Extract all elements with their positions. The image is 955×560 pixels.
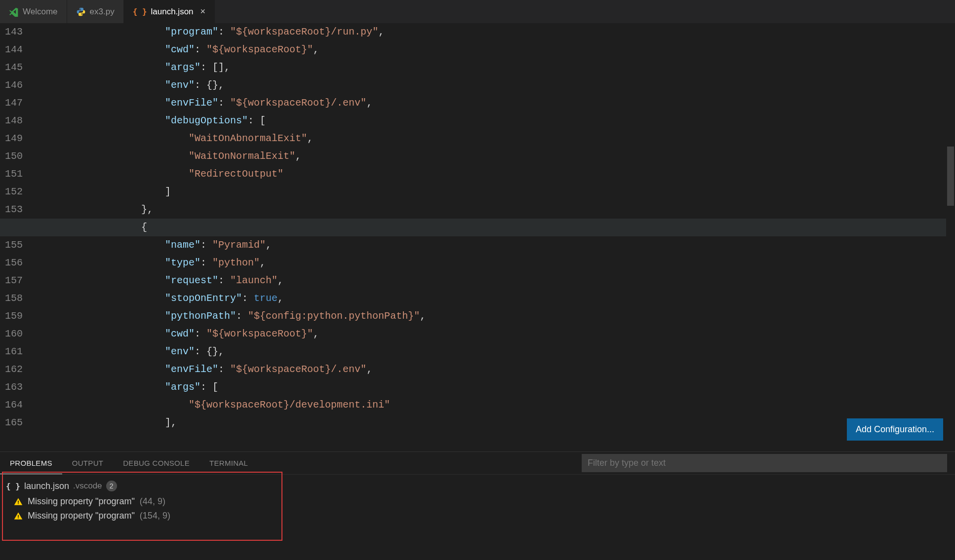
panel-tabs: PROBLEMSOUTPUTDEBUG CONSOLETERMINAL <box>0 452 955 475</box>
warning-icon <box>14 512 23 521</box>
line-number-gutter: 1431441451461471481491501511521531541551… <box>0 23 34 451</box>
code-line[interactable]: ], <box>94 414 955 432</box>
problem-location: (44, 9) <box>140 496 165 507</box>
problem-message: Missing property "program" <box>28 496 135 507</box>
code-line[interactable]: "RedirectOutput" <box>94 165 955 183</box>
problem-file-name: launch.json <box>24 481 69 491</box>
problem-file-folder: .vscode <box>73 481 102 491</box>
code-line[interactable]: "cwd": "${workspaceRoot}", <box>94 41 955 59</box>
problem-location: (154, 9) <box>140 511 170 521</box>
code-line[interactable]: "program": "${workspaceRoot}/run.py", <box>94 23 955 41</box>
code-line[interactable]: "name": "Pyramid", <box>94 236 955 254</box>
code-line[interactable]: "WaitOnNormalExit", <box>94 148 955 165</box>
tab-launch-json[interactable]: { }launch.json× <box>124 0 215 23</box>
panel-tab-problems[interactable]: PROBLEMS <box>0 452 62 474</box>
tab-welcome[interactable]: Welcome <box>0 0 67 23</box>
tab-ex3-py[interactable]: ex3.py <box>67 0 124 23</box>
code-line[interactable]: "envFile": "${workspaceRoot}/.env", <box>94 361 955 378</box>
code-editor[interactable]: 1431441451461471481491501511521531541551… <box>0 23 955 451</box>
problems-list: { } launch.json .vscode 2 Missing proper… <box>0 475 955 526</box>
code-content[interactable]: "program": "${workspaceRoot}/run.py", "c… <box>94 23 955 451</box>
tab-label: ex3.py <box>90 7 115 17</box>
tab-label: Welcome <box>23 7 58 17</box>
tab-label: launch.json <box>151 7 194 17</box>
code-line[interactable]: "type": "python", <box>94 254 955 272</box>
vertical-scrollbar[interactable] <box>946 23 955 451</box>
code-line[interactable]: "cwd": "${workspaceRoot}", <box>94 325 955 343</box>
add-configuration-button[interactable]: Add Configuration... <box>847 418 943 441</box>
vscode-icon <box>9 7 19 17</box>
code-line[interactable]: "WaitOnAbnormalExit", <box>94 130 955 148</box>
code-line[interactable]: "envFile": "${workspaceRoot}/.env", <box>94 94 955 112</box>
problem-item[interactable]: Missing property "program"(154, 9) <box>0 509 955 523</box>
code-line[interactable]: "stopOnEntry": true, <box>94 290 955 307</box>
code-line[interactable]: { <box>0 219 955 236</box>
scrollbar-thumb[interactable] <box>947 147 954 206</box>
panel-tab-debug-console[interactable]: DEBUG CONSOLE <box>113 459 199 467</box>
panel-tab-terminal[interactable]: TERMINAL <box>199 459 258 467</box>
close-icon[interactable]: × <box>200 6 206 17</box>
fold-gutter <box>34 23 94 451</box>
code-line[interactable]: "debugOptions": [ <box>94 112 955 130</box>
code-line[interactable]: "args": [ <box>94 378 955 396</box>
editor-tabs: Welcomeex3.py{ }launch.json× <box>0 0 955 23</box>
problem-file-row[interactable]: { } launch.json .vscode 2 <box>0 478 955 494</box>
json-icon: { } <box>6 482 20 491</box>
code-line[interactable]: "env": {}, <box>94 76 955 94</box>
code-line[interactable]: "env": {}, <box>94 343 955 361</box>
code-line[interactable]: "request": "launch", <box>94 272 955 290</box>
problem-message: Missing property "program" <box>28 511 135 521</box>
code-line[interactable]: "args": [], <box>94 59 955 76</box>
filter-input[interactable] <box>582 454 947 472</box>
code-line[interactable]: "pythonPath": "${config:python.pythonPat… <box>94 307 955 325</box>
code-line[interactable]: ] <box>94 183 955 201</box>
json-icon: { } <box>133 7 147 16</box>
warning-icon <box>14 497 23 506</box>
problem-count-badge: 2 <box>106 481 117 491</box>
code-line[interactable]: "${workspaceRoot}/development.ini" <box>94 396 955 414</box>
bottom-panel: PROBLEMSOUTPUTDEBUG CONSOLETERMINAL { } … <box>0 451 955 560</box>
code-line[interactable]: }, <box>94 201 955 219</box>
python-icon <box>76 7 86 17</box>
problem-item[interactable]: Missing property "program"(44, 9) <box>0 494 955 509</box>
problems-filter[interactable] <box>582 454 947 472</box>
panel-tab-output[interactable]: OUTPUT <box>62 459 113 467</box>
